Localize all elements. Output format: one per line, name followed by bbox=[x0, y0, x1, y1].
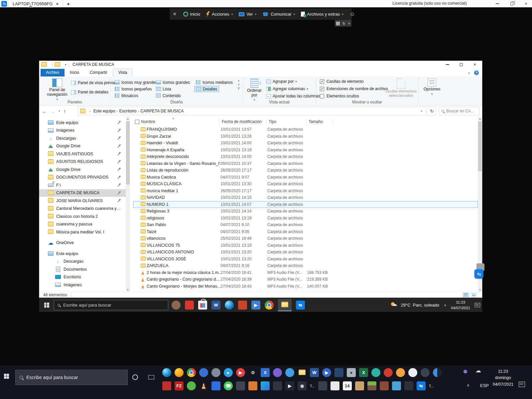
minecraft-icon[interactable] bbox=[367, 381, 376, 390]
preview-pane-button[interactable]: Panel de vista previa bbox=[71, 80, 115, 85]
file-row[interactable]: Homenaje A España10/01/2021 13:19Carpeta… bbox=[133, 147, 478, 154]
view-option-mosaicos[interactable]: Mosaicos bbox=[113, 92, 140, 99]
sidebar-item-carpeta-de-musica[interactable]: CARPETA DE MUSICA bbox=[39, 189, 126, 197]
tab-archivo[interactable]: Archivo bbox=[41, 69, 65, 76]
explorer-titlebar[interactable]: | ▾ | CARPETA DE MUSICA × bbox=[39, 61, 482, 68]
app-tan-icon[interactable] bbox=[355, 381, 364, 390]
word-icon[interactable]: W bbox=[211, 301, 220, 310]
back-button[interactable]: ← bbox=[42, 108, 47, 114]
sidebar-item-google-drive[interactable]: Google Drive bbox=[39, 142, 126, 150]
app-orange-ball-icon[interactable] bbox=[396, 368, 405, 377]
sidebar-item-documentos-privados[interactable]: DOCUMENTOS PRIVADOS bbox=[39, 174, 126, 182]
taskbar-clock[interactable]: 11:23 domingo 04/07/2021 bbox=[490, 368, 516, 388]
sidebar-item-viajes-antiguos[interactable]: VIAJES ANTIGUOS bbox=[39, 150, 126, 158]
start-button[interactable] bbox=[4, 374, 9, 379]
explorer-close-button[interactable]: × bbox=[473, 62, 476, 67]
notification-center-icon[interactable] bbox=[475, 303, 480, 307]
up-button[interactable]: ↑ bbox=[64, 108, 66, 114]
file-row[interactable]: Canto gregoriano - Coro gregoriano d...2… bbox=[133, 276, 478, 283]
sidebar-item-asuntos-religiosos[interactable]: ASUNTOS RELIGIOSOS bbox=[39, 158, 126, 166]
app-animal-icon[interactable] bbox=[172, 301, 181, 310]
file-row[interactable]: Canto Gregoriano - Monjes del Monas...27… bbox=[133, 283, 478, 290]
tab-close-icon[interactable]: × bbox=[56, 1, 59, 6]
video-player-icon[interactable]: ▶ bbox=[285, 381, 294, 390]
sidebar-item-im-genes[interactable]: Imágenes bbox=[39, 281, 126, 289]
new-tab-button[interactable]: + bbox=[63, 1, 74, 7]
language-indicator[interactable]: ESP bbox=[480, 383, 489, 388]
column-header-date[interactable]: Fecha de modificación bbox=[222, 119, 262, 124]
window-maximize-button[interactable] bbox=[510, 2, 513, 5]
microsoft-store-icon[interactable] bbox=[198, 301, 207, 310]
scrollbar-thumb[interactable] bbox=[478, 121, 482, 171]
file-explorer-icon[interactable] bbox=[298, 368, 307, 377]
app-x-blue-icon[interactable]: X bbox=[261, 368, 270, 377]
hide-selected-items-button[interactable]: Ocultar elementos seleccionados bbox=[384, 78, 418, 98]
excel-icon[interactable]: X bbox=[359, 368, 368, 377]
app-red-icon[interactable] bbox=[238, 301, 247, 310]
file-explorer-icon[interactable] bbox=[280, 300, 289, 309]
taskbar-search-box[interactable] bbox=[15, 370, 128, 385]
vlc-icon[interactable] bbox=[199, 381, 208, 390]
app-white-ball-icon[interactable] bbox=[408, 368, 417, 377]
window-button-label[interactable]: T... bbox=[310, 384, 315, 388]
sidebar-item-descargas[interactable]: Descargas bbox=[39, 258, 126, 266]
search-app-icon[interactable] bbox=[285, 368, 294, 377]
address-dropdown-icon[interactable]: ▾ bbox=[421, 109, 422, 113]
app-violet-icon[interactable] bbox=[273, 368, 282, 377]
search-input[interactable] bbox=[446, 109, 477, 113]
taskbar-search-input[interactable] bbox=[26, 375, 123, 380]
view-option-detalles[interactable]: Detalles bbox=[194, 86, 219, 92]
window-button-label[interactable]: T... bbox=[429, 384, 434, 388]
explorer-maximize-button[interactable] bbox=[460, 63, 463, 66]
notes-icon[interactable] bbox=[331, 381, 339, 390]
checkbox-icon[interactable]: ✓ bbox=[320, 87, 324, 91]
app-charcoal-icon[interactable] bbox=[404, 381, 413, 390]
session-close-icon[interactable]: × bbox=[173, 11, 177, 18]
taskbar-search-box[interactable] bbox=[54, 300, 168, 310]
file-row[interactable]: Religiosas 310/01/2021 14:14Carpeta de a… bbox=[133, 208, 478, 215]
breadcrumb[interactable]: › Este equipo›Escritorio›CARPETA DE MUSI… bbox=[78, 107, 436, 115]
sidebar-item-im-genes[interactable]: Imágenes bbox=[39, 127, 126, 135]
recent-locations-caret-icon[interactable]: ▾ bbox=[59, 109, 60, 113]
file-row[interactable]: San Pablo04/07/2021 9:10Carpeta de archi… bbox=[133, 221, 478, 228]
task-view-icon[interactable] bbox=[148, 375, 154, 379]
view-option-contenido[interactable]: Contenido bbox=[154, 92, 183, 99]
tab-compartir[interactable]: Compartir bbox=[84, 69, 113, 76]
file-row[interactable]: religiosos10/01/2021 13:19Carpeta de arc… bbox=[133, 215, 478, 222]
sidebar-item-este-equipo[interactable]: Este equipo bbox=[39, 250, 126, 258]
scroll-up-icon[interactable]: ▲ bbox=[478, 117, 482, 121]
app-half-blue-icon[interactable] bbox=[433, 368, 442, 377]
file-row[interactable]: VILLANCICOS JOSÉ10/01/2021 13:20Carpeta … bbox=[133, 256, 478, 263]
scrollbar-thumb[interactable] bbox=[126, 121, 130, 185]
teamviewer-panel-icon[interactable]: ⇆ bbox=[474, 269, 483, 278]
chrome-icon[interactable] bbox=[187, 368, 196, 377]
view-option-iconos-pequeños[interactable]: Iconos pequeños bbox=[113, 86, 153, 92]
tray-app-icon[interactable] bbox=[464, 370, 467, 373]
window-close-button[interactable]: × bbox=[525, 1, 527, 6]
app-red-circle-icon[interactable] bbox=[384, 368, 393, 377]
file-row[interactable]: Musica Catolica04/07/2021 9:07Carpeta de… bbox=[133, 174, 478, 181]
toolbar-item-comunicar[interactable]: ☎Comunicar▾ bbox=[260, 12, 297, 17]
file-row[interactable]: VILLANCICOS ANTONIO10/01/2021 13:20Carpe… bbox=[133, 249, 478, 256]
scroll-down-icon[interactable]: ▼ bbox=[478, 288, 482, 292]
session-tab[interactable]: LAPTOP-T7O956FG × bbox=[8, 0, 63, 7]
photos-icon[interactable] bbox=[392, 381, 401, 390]
help-icon[interactable]: ? bbox=[474, 70, 479, 75]
sidebar-item-cuaresma-y-pascua[interactable]: cuaresma y pascua bbox=[39, 220, 126, 228]
view-option-lista[interactable]: Lista bbox=[154, 86, 173, 92]
select-all-checkbox[interactable] bbox=[135, 120, 139, 124]
taskbar-clock[interactable]: 11:23 04/07/2021 bbox=[451, 300, 470, 310]
tab-inicio[interactable]: Inicio bbox=[65, 69, 84, 76]
file-row[interactable]: Listas de reproducción26/05/2020 17:17Ca… bbox=[133, 167, 478, 174]
column-header-name[interactable]: Nombre bbox=[141, 119, 155, 124]
filezilla-icon[interactable]: FZ bbox=[175, 381, 184, 390]
app-red-hand-icon[interactable] bbox=[162, 381, 171, 390]
sidebar-item-clasicos-con-historia-2[interactable]: Clasicos con historia 2 bbox=[39, 212, 126, 220]
toolbar-item-ver[interactable]: Ver▾ bbox=[237, 12, 258, 17]
checkbox-casillas-de-elemento[interactable]: ✓Casillas de elemento bbox=[320, 79, 363, 84]
sidebar-item-onedrive[interactable]: OneDrive bbox=[39, 239, 126, 247]
notification-center-icon[interactable] bbox=[519, 382, 525, 387]
youtube-music-icon[interactable]: ▶ bbox=[236, 368, 245, 377]
breadcrumb-item[interactable]: CARPETA DE MUSICA bbox=[139, 109, 185, 113]
collapse-ribbon-icon[interactable]: ∧ bbox=[468, 71, 470, 75]
